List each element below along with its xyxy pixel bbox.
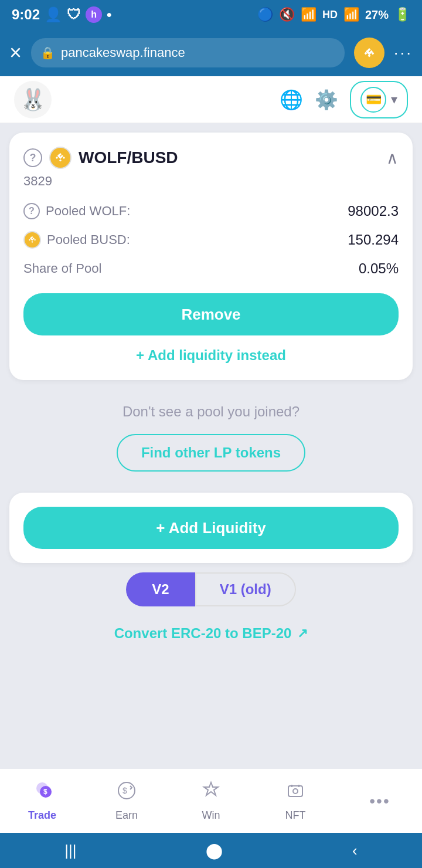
lock-icon: 🔒 bbox=[40, 46, 55, 60]
android-nav: ||| ⬤ ‹ bbox=[0, 833, 422, 868]
trade-label: Trade bbox=[28, 809, 56, 822]
browser-actions: ··· bbox=[354, 38, 413, 68]
nav-more[interactable]: ••• bbox=[356, 792, 403, 811]
pool-id: 3829 bbox=[23, 174, 399, 189]
pool-name: WOLF/BUSD bbox=[79, 148, 178, 167]
app-header: 🐰 🌐 ⚙️ 💳 ▾ bbox=[0, 76, 422, 123]
v2-button[interactable]: V2 bbox=[126, 572, 195, 606]
main-content: ? WOLF/BUSD ∧ 3829 bbox=[0, 133, 422, 761]
pool-title-row: ? WOLF/BUSD bbox=[23, 147, 178, 169]
share-value: 0.05% bbox=[359, 260, 399, 277]
share-of-pool-row: Share of Pool 0.05% bbox=[23, 260, 399, 277]
android-recent-button[interactable]: ||| bbox=[64, 842, 76, 860]
add-liquidity-instead-button[interactable]: + Add liquidity instead bbox=[23, 347, 399, 366]
pool-help-icon[interactable]: ? bbox=[23, 148, 42, 167]
wallet-icon: 💳 bbox=[360, 87, 386, 113]
pooled-wolf-value: 98002.3 bbox=[348, 203, 399, 219]
add-liquidity-button[interactable]: + Add Liquidity bbox=[23, 507, 399, 549]
android-back-button[interactable]: ‹ bbox=[352, 842, 358, 860]
settings-icon[interactable]: ⚙️ bbox=[315, 89, 338, 111]
add-liquidity-card: + Add Liquidity bbox=[9, 493, 413, 563]
wolf-help-icon[interactable]: ? bbox=[23, 203, 40, 219]
pancakeswap-logo: 🐰 bbox=[14, 81, 52, 118]
pooled-busd-label-row: Pooled BUSD: bbox=[23, 231, 130, 249]
pooled-busd-row: Pooled BUSD: 150.294 bbox=[23, 231, 399, 249]
trade-icon: $ bbox=[32, 780, 53, 806]
v1-button[interactable]: V1 (old) bbox=[195, 572, 296, 606]
nav-earn[interactable]: $ Earn bbox=[103, 780, 150, 822]
busd-token-icon bbox=[49, 147, 72, 169]
more-icon: ••• bbox=[369, 792, 390, 811]
convert-section: Convert ERC-20 to BEP-20 ↗ bbox=[0, 616, 422, 656]
nav-trade[interactable]: $ Trade bbox=[19, 780, 66, 822]
earn-label: Earn bbox=[115, 809, 138, 822]
pooled-busd-value: 150.294 bbox=[348, 232, 399, 248]
wallet-button[interactable]: 💳 ▾ bbox=[350, 81, 408, 118]
win-icon bbox=[200, 780, 222, 806]
svg-rect-8 bbox=[288, 786, 302, 796]
find-lp-tokens-button[interactable]: Find other LP tokens bbox=[117, 434, 305, 472]
convert-erc20-link[interactable]: Convert ERC-20 to BEP-20 ↗ bbox=[114, 625, 308, 642]
version-toggle: V2 V1 (old) bbox=[0, 572, 422, 606]
pool-collapse-button[interactable]: ∧ bbox=[386, 148, 399, 168]
language-icon[interactable]: 🌐 bbox=[280, 89, 303, 111]
external-link-icon: ↗ bbox=[297, 626, 308, 641]
bnb-logo[interactable] bbox=[354, 38, 384, 68]
svg-text:$: $ bbox=[43, 788, 47, 796]
bottom-nav: $ Trade $ Earn Win N bbox=[0, 768, 422, 833]
pool-header: ? WOLF/BUSD ∧ bbox=[23, 147, 399, 169]
pooled-wolf-row: ? Pooled WOLF: 98002.3 bbox=[23, 203, 399, 219]
remove-button[interactable]: Remove bbox=[23, 293, 399, 335]
header-actions: 🌐 ⚙️ 💳 ▾ bbox=[280, 81, 408, 118]
find-pool-text: Don't see a pool you joined? bbox=[12, 404, 410, 420]
nft-icon bbox=[285, 780, 306, 806]
more-options-button[interactable]: ··· bbox=[394, 43, 413, 62]
android-home-button[interactable]: ⬤ bbox=[206, 842, 223, 860]
url-bar[interactable]: 🔒 pancakeswap.finance bbox=[31, 38, 345, 67]
win-label: Win bbox=[202, 809, 220, 822]
nav-nft[interactable]: NFT bbox=[272, 780, 319, 822]
svg-text:$: $ bbox=[122, 786, 127, 795]
browser-bar: × 🔒 pancakeswap.finance ··· bbox=[0, 29, 422, 76]
pooled-wolf-label-row: ? Pooled WOLF: bbox=[23, 203, 130, 219]
close-tab-button[interactable]: × bbox=[9, 42, 22, 63]
pool-card: ? WOLF/BUSD ∧ 3829 bbox=[9, 133, 413, 380]
status-bar: 9:02 👤 🛡 h • 🔵 🔇 📶 HD 📶 27% 🔋 bbox=[0, 0, 422, 29]
svg-point-9 bbox=[293, 789, 298, 794]
share-label: Share of Pool bbox=[23, 261, 101, 276]
status-time: 9:02 👤 🛡 h • bbox=[12, 6, 111, 23]
status-icons: 🔵 🔇 📶 HD 📶 27% 🔋 bbox=[257, 7, 410, 22]
find-pool-section: Don't see a pool you joined? Find other … bbox=[0, 380, 422, 483]
earn-icon: $ bbox=[116, 780, 137, 806]
chevron-down-icon: ▾ bbox=[391, 92, 397, 107]
busd-detail-icon bbox=[23, 231, 41, 249]
nav-win[interactable]: Win bbox=[188, 780, 234, 822]
nft-label: NFT bbox=[285, 809, 306, 822]
